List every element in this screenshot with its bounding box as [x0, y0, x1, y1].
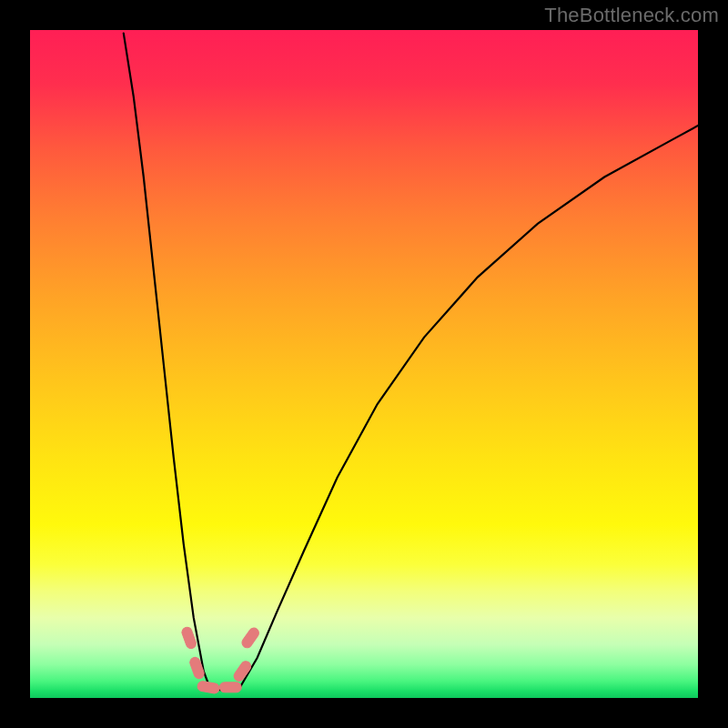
curve-left-curve [124, 34, 210, 690]
plot-area [30, 30, 698, 698]
data-marker-3 [219, 682, 241, 693]
data-marker-5 [240, 626, 261, 650]
watermark-text: TheBottleneck.com [544, 4, 719, 27]
curve-layer [30, 30, 698, 698]
chart-frame: TheBottleneck.com [0, 0, 728, 728]
data-marker-2 [197, 681, 220, 694]
curve-right-curve [240, 126, 698, 687]
